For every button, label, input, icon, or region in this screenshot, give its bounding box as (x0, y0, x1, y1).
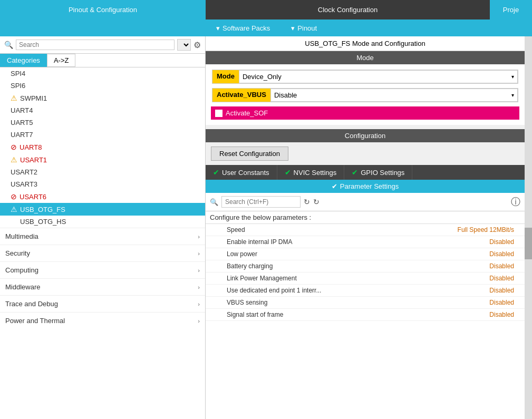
mode-section: Mode Device_Only ▾ Activate_VBUS Disable… (206, 64, 525, 125)
chevron-right-trace: › (198, 301, 200, 307)
tab-nvic-settings[interactable]: ✔ NVIC Settings (277, 165, 345, 180)
config-area: Configuration Reset Configuration ✔ User… (206, 129, 525, 419)
scrollbar-thumb[interactable] (525, 228, 532, 259)
sof-row[interactable]: Activate_SOF (211, 106, 519, 120)
sidebar-item-USART3[interactable]: USART3 (0, 178, 205, 190)
sidebar-item-UART4[interactable]: UART4 (0, 104, 205, 116)
sidebar-item-UART8[interactable]: ⊘UART8 (0, 141, 205, 153)
search-icon-param: 🔍 (210, 198, 218, 206)
sidebar-item-UART7[interactable]: UART7 (0, 129, 205, 141)
sidebar-item-UART5[interactable]: UART5 (0, 116, 205, 129)
table-row: Signal start of frame Disabled (206, 309, 525, 321)
table-row: Link Power Management Disabled (206, 272, 525, 285)
pinout-label: Pinout (297, 24, 317, 32)
reset-config-button[interactable]: Reset Configuration (211, 147, 288, 161)
info-circle-icon[interactable]: ⓘ (511, 196, 520, 208)
chevron-right-computing: › (198, 267, 200, 274)
pinout-btn[interactable]: ▾ Pinout (291, 24, 317, 32)
param-search-row: 🔍 ↻ ↻ ⓘ (206, 193, 525, 211)
software-packs-btn[interactable]: ▾ Software Packs (216, 24, 270, 32)
sidebar-search-bar: 🔍 ⚙ (0, 36, 205, 54)
warn-icon-usart1: ⚠ (11, 155, 17, 164)
chevron-right-security: › (198, 250, 200, 257)
warn-icon-usbotgfs: ⚠ (11, 205, 17, 213)
tab-az[interactable]: A->Z (47, 54, 76, 67)
search-input[interactable] (16, 40, 175, 50)
sidebar-item-USART1[interactable]: ⚠USART1 (0, 153, 205, 166)
param-tab-label: ✔ Parameter Settings (332, 182, 399, 190)
warn-icon-swpmi1: ⚠ (11, 94, 17, 102)
right-content: USB_OTG_FS Mode and Configuration Mode M… (206, 36, 525, 419)
sidebar-item-USART2[interactable]: USART2 (0, 166, 205, 178)
mode-dropdown-arrow: ▾ (511, 74, 514, 80)
vbus-label: Activate_VBUS (212, 89, 270, 102)
sidebar-category-power-thermal[interactable]: Power and Thermal › (0, 312, 205, 329)
mode-label: Mode (212, 70, 239, 83)
sidebar-tabs: Categories A->Z (0, 54, 205, 67)
chevron-right-multimedia: › (198, 233, 200, 240)
vbus-row: Activate_VBUS Disable ▾ (212, 88, 518, 102)
check-icon-gpio: ✔ (352, 168, 358, 177)
proj-header-label: Proje (503, 6, 519, 14)
configure-label: Configure the below parameters : (206, 211, 525, 224)
proj-header[interactable]: Proje (490, 0, 532, 20)
sidebar-item-USB-OTG-FS[interactable]: ⚠USB_OTG_FS (0, 203, 205, 216)
config-tabs: ✔ User Constants ✔ NVIC Settings ✔ GPIO … (206, 165, 525, 180)
table-row: Low power Disabled (206, 248, 525, 260)
blocked-icon-uart8: ⊘ (11, 143, 17, 151)
sidebar: 🔍 ⚙ Categories A->Z SPI4 SPI6 ⚠SWPMI1 UA… (0, 36, 206, 419)
chevron-down-icon: ▾ (216, 24, 220, 32)
table-row: Battery charging Disabled (206, 260, 525, 272)
sidebar-item-SWPMI1[interactable]: ⚠SWPMI1 (0, 92, 205, 104)
pinout-header-label: Pinout & Configuration (69, 6, 137, 14)
sidebar-item-USART6[interactable]: ⊘USART6 (0, 190, 205, 203)
content-title: USB_OTG_FS Mode and Configuration (206, 36, 525, 51)
params-table: Speed Full Speed 12MBit/s Enable interna… (206, 224, 525, 419)
sidebar-category-computing[interactable]: Computing › (0, 261, 205, 278)
chevron-down-icon-2: ▾ (291, 24, 295, 32)
chevron-right-middleware: › (198, 284, 200, 290)
clock-header[interactable]: Clock Configuration (206, 0, 490, 20)
clock-header-label: Clock Configuration (318, 6, 378, 14)
vbus-dropdown-arrow: ▾ (511, 92, 514, 98)
sidebar-item-USB-OTG-HS[interactable]: USB_OTG_HS (0, 216, 205, 228)
right-scrollbar[interactable] (525, 36, 532, 419)
sidebar-category-multimedia[interactable]: Multimedia › (0, 228, 205, 245)
param-tab-row[interactable]: ✔ Parameter Settings (206, 180, 525, 193)
sidebar-item-SPI4[interactable]: SPI4 (0, 67, 205, 80)
info-icon-2[interactable]: ↻ (313, 198, 320, 206)
check-icon-param: ✔ (332, 182, 337, 190)
software-packs-label: Software Packs (223, 24, 270, 32)
table-row: VBUS sensing Disabled (206, 297, 525, 309)
chevron-right-power: › (198, 318, 200, 324)
mode-section-header: Mode (206, 51, 525, 64)
sidebar-category-middleware[interactable]: Middleware › (0, 278, 205, 295)
sof-label: Activate_SOF (226, 109, 268, 117)
sidebar-category-trace-debug[interactable]: Trace and Debug › (0, 295, 205, 312)
gear-icon[interactable]: ⚙ (194, 40, 201, 50)
search-dropdown[interactable] (177, 39, 191, 51)
sidebar-item-SPI6[interactable]: SPI6 (0, 80, 205, 92)
table-row: Enable internal IP DMA Disabled (206, 236, 525, 248)
mode-select[interactable]: Device_Only ▾ (239, 70, 518, 83)
sidebar-list: SPI4 SPI6 ⚠SWPMI1 UART4 UART5 UART7 ⊘UAR… (0, 67, 205, 419)
config-section-header: Configuration (206, 129, 525, 142)
refresh-icon[interactable]: ↻ (304, 198, 310, 206)
search-icon: 🔍 (4, 41, 13, 49)
check-icon-user-constants: ✔ (213, 168, 219, 177)
sof-checkbox[interactable] (215, 110, 223, 117)
mode-row: Mode Device_Only ▾ (212, 70, 518, 84)
pinout-header[interactable]: Pinout & Configuration (0, 0, 206, 20)
tab-categories[interactable]: Categories (0, 54, 47, 67)
tab-gpio-settings[interactable]: ✔ GPIO Settings (344, 165, 412, 180)
table-row: Speed Full Speed 12MBit/s (206, 224, 525, 236)
vbus-select[interactable]: Disable ▾ (270, 89, 518, 102)
blocked-icon-usart6: ⊘ (11, 192, 17, 201)
table-row: Use dedicated end point 1 interr... Disa… (206, 285, 525, 297)
sidebar-category-security[interactable]: Security › (0, 245, 205, 261)
check-icon-nvic: ✔ (285, 168, 291, 177)
tab-user-constants[interactable]: ✔ User Constants (206, 165, 277, 180)
param-search-input[interactable] (221, 196, 301, 208)
